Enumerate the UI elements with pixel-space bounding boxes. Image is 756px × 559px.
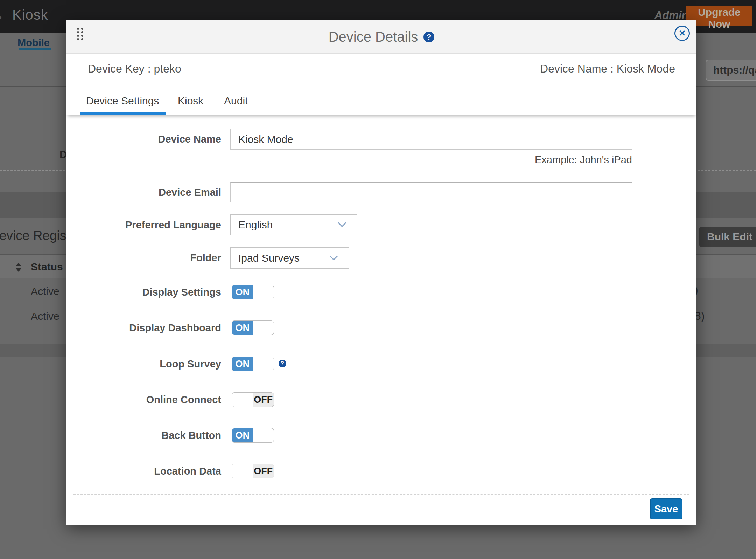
device-identity-row: Device Key : pteko Device Name : Kiosk M… xyxy=(66,54,696,84)
online-connect-label: Online Connect xyxy=(66,392,221,407)
preferred-language-label: Preferred Language xyxy=(66,214,221,235)
tab-mobile[interactable]: Mobile xyxy=(14,37,53,49)
device-email-row: Device Email xyxy=(66,182,696,202)
tab-audit[interactable]: Audit xyxy=(224,95,248,107)
chevron-down-icon xyxy=(338,219,346,227)
device-email-input[interactable] xyxy=(230,182,632,202)
screen: › Kiosk Admin Upgrade Now Mobile https:/… xyxy=(0,0,756,559)
breadcrumb-chevron-icon: › xyxy=(0,8,2,25)
loop-survey-toggle[interactable]: ON OFF xyxy=(232,357,274,371)
page-title: Kiosk xyxy=(12,7,48,23)
back-button-label: Back Button xyxy=(66,428,221,443)
device-details-modal: Device Details ? ✕ Device Key : pteko De… xyxy=(66,20,696,525)
close-icon[interactable]: ✕ xyxy=(674,26,690,41)
save-button[interactable]: Save xyxy=(650,498,682,519)
folder-value: Ipad Surveys xyxy=(238,252,300,264)
device-name-input[interactable] xyxy=(230,129,632,150)
active-tab-underline xyxy=(80,112,166,115)
loop-survey-help-icon[interactable]: ? xyxy=(279,360,286,367)
back-button-row: Back Button ON OFF xyxy=(66,428,696,443)
toggle-on-segment: ON xyxy=(232,321,253,335)
back-button-toggle[interactable]: ON OFF xyxy=(232,428,274,443)
bulk-edit-devices-button[interactable]: Bulk Edit Dev xyxy=(699,227,756,247)
modal-tab-bar: Device Settings Kiosk Audit xyxy=(66,84,696,115)
help-icon[interactable]: ? xyxy=(424,32,434,42)
device-key-text: Device Key : pteko xyxy=(88,62,181,75)
display-settings-label: Display Settings xyxy=(66,285,221,299)
tab-device-settings[interactable]: Device Settings xyxy=(86,95,159,107)
display-dashboard-toggle[interactable]: ON OFF xyxy=(232,320,274,335)
location-data-label: Location Data xyxy=(66,464,221,478)
toggle-on-segment: ON xyxy=(232,285,253,299)
admin-link[interactable]: Admin xyxy=(654,9,688,22)
display-settings-row: Display Settings ON OFF xyxy=(66,285,696,299)
location-data-row: Location Data ON OFF xyxy=(66,464,696,478)
display-dashboard-row: Display Dashboard ON OFF xyxy=(66,320,696,335)
toggle-on-segment: ON xyxy=(232,428,253,442)
preferred-language-value: English xyxy=(238,219,273,231)
device-name-text: Device Name : Kiosk Mode xyxy=(540,62,675,75)
tab-kiosk[interactable]: Kiosk xyxy=(178,95,203,107)
mobile-tab-underline xyxy=(19,48,51,50)
survey-url-field[interactable]: https://qa.c xyxy=(706,60,756,81)
footer-dashed-divider xyxy=(74,494,690,495)
device-name-label: Device Name xyxy=(66,129,221,150)
online-connect-toggle[interactable]: ON OFF xyxy=(232,392,274,407)
toggle-on-segment: ON xyxy=(232,357,253,371)
device-email-label: Device Email xyxy=(66,182,221,202)
device-registration-heading: evice Registr xyxy=(0,228,74,243)
display-settings-toggle[interactable]: ON OFF xyxy=(232,285,274,299)
table-row-status: Active xyxy=(31,285,59,297)
location-data-toggle[interactable]: ON OFF xyxy=(232,464,274,478)
table-row-status: Active xyxy=(31,310,59,322)
preferred-language-row: Preferred Language English xyxy=(66,214,696,235)
loop-survey-label: Loop Survey xyxy=(66,357,221,371)
folder-select[interactable]: Ipad Surveys xyxy=(230,247,349,269)
loop-survey-row: Loop Survey ON OFF ? xyxy=(66,357,696,371)
folder-row: Folder Ipad Surveys xyxy=(66,247,696,269)
toggle-off-segment: OFF xyxy=(253,464,274,478)
status-column-header[interactable]: Status xyxy=(31,261,63,273)
display-dashboard-label: Display Dashboard xyxy=(66,320,221,335)
online-connect-row: Online Connect ON OFF xyxy=(66,392,696,407)
device-name-helper-text: Example: John's iPad xyxy=(230,154,632,166)
modal-header: Device Details ? ✕ xyxy=(66,20,696,54)
sort-icon[interactable] xyxy=(16,263,21,272)
preferred-language-select[interactable]: English xyxy=(230,214,357,235)
chevron-down-icon xyxy=(329,252,338,260)
device-name-row: Device Name xyxy=(66,129,696,150)
modal-title: Device Details xyxy=(329,29,418,45)
folder-label: Folder xyxy=(66,247,221,269)
toggle-off-segment: OFF xyxy=(253,393,274,407)
